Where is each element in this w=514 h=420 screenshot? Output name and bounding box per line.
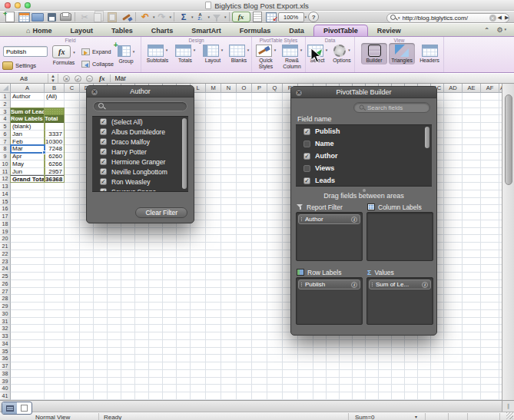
cell-B10[interactable]: 6266 <box>45 160 65 168</box>
cell-B4[interactable]: Total <box>45 115 65 123</box>
cell-O7[interactable] <box>237 138 252 146</box>
cell-AF10[interactable] <box>481 160 499 168</box>
cell-K23[interactable] <box>177 258 191 266</box>
cell-F25[interactable] <box>108 273 121 280</box>
cell-C35[interactable] <box>65 348 80 356</box>
author-filter-item[interactable]: ✓Ron Weasley <box>92 177 188 187</box>
close-icon[interactable]: ✕ <box>91 88 98 96</box>
cell-M14[interactable] <box>206 190 221 198</box>
cell-K29[interactable] <box>177 303 191 310</box>
cell-Y40[interactable] <box>379 385 392 392</box>
settings-button[interactable]: Settings <box>2 61 36 70</box>
cell-C23[interactable] <box>65 258 80 266</box>
cell-H31[interactable] <box>135 318 149 326</box>
cell-K24[interactable] <box>177 265 191 273</box>
row-header-29[interactable]: 29 <box>0 303 11 310</box>
sum-menu-caret-icon[interactable]: ▾ <box>415 414 417 419</box>
cell-O30[interactable] <box>237 310 252 318</box>
cell-O25[interactable] <box>237 273 252 280</box>
cell-Z41[interactable] <box>392 392 405 400</box>
cell-AE3[interactable] <box>463 108 481 116</box>
cell-A39[interactable] <box>11 378 45 385</box>
cell-AD11[interactable] <box>444 168 463 176</box>
cell-R37[interactable] <box>283 362 298 370</box>
cell-A30[interactable] <box>11 310 45 318</box>
cell-Q21[interactable] <box>267 243 283 250</box>
builder-field-item[interactable]: ✓Leads <box>296 174 432 187</box>
cell-AE15[interactable] <box>463 198 481 206</box>
cell-L29[interactable] <box>191 303 206 310</box>
cell-AF11[interactable] <box>481 168 499 176</box>
cell-M9[interactable] <box>206 153 221 160</box>
builder-field-item[interactable]: Views <box>296 162 432 174</box>
cell-T37[interactable] <box>313 362 327 370</box>
cell-A9[interactable]: Apr <box>11 153 45 160</box>
cell-Q37[interactable] <box>267 362 283 370</box>
cell-E19[interactable] <box>94 228 108 236</box>
cell-Q23[interactable] <box>267 258 283 266</box>
row-header-34[interactable]: 34 <box>0 340 11 348</box>
cell-A15[interactable] <box>11 198 45 206</box>
cell-X35[interactable] <box>366 348 379 356</box>
cell-AF8[interactable] <box>481 145 499 153</box>
cell-Z35[interactable] <box>392 348 405 356</box>
forward-icon[interactable]: ▶ <box>503 15 510 21</box>
cell-A23[interactable] <box>11 258 45 266</box>
cell-AF39[interactable] <box>481 378 499 385</box>
cell-B35[interactable] <box>45 348 65 356</box>
cell-O23[interactable] <box>237 258 252 266</box>
cell-L28[interactable] <box>191 295 206 303</box>
cell-M7[interactable] <box>206 138 221 146</box>
sum-indicator[interactable]: Sum=0 <box>355 414 375 420</box>
cell-O21[interactable] <box>237 243 252 250</box>
cell-AA35[interactable] <box>405 348 418 356</box>
cell-K27[interactable] <box>177 288 191 296</box>
cell-AD41[interactable] <box>444 392 463 400</box>
cell-S40[interactable] <box>298 385 313 392</box>
cell-M6[interactable] <box>206 131 221 138</box>
cell-U40[interactable] <box>327 385 340 392</box>
cell-AE21[interactable] <box>463 243 481 250</box>
cell-E34[interactable] <box>94 340 108 348</box>
cell-D19[interactable] <box>80 228 94 236</box>
cell-P20[interactable] <box>252 235 267 243</box>
cell-H33[interactable] <box>135 332 149 340</box>
row-header-21[interactable]: 21 <box>0 243 11 250</box>
cell-AE28[interactable] <box>463 295 481 303</box>
cell-D37[interactable] <box>80 362 94 370</box>
cell-K40[interactable] <box>177 385 191 392</box>
blanks-button[interactable]: ▾Blanks <box>226 45 252 64</box>
cell-J20[interactable] <box>163 235 177 243</box>
window-resize-grip[interactable] <box>506 412 513 419</box>
cell-B2[interactable] <box>45 101 65 108</box>
row-header-14[interactable]: 14 <box>0 190 11 198</box>
cell-E31[interactable] <box>94 318 108 326</box>
cell-N35[interactable] <box>221 348 237 356</box>
cell-C3[interactable] <box>65 108 80 116</box>
author-list-scrollbar-thumb[interactable] <box>182 118 187 189</box>
row-header-23[interactable]: 23 <box>0 258 11 266</box>
cell-AE24[interactable] <box>463 265 481 273</box>
cell-B27[interactable] <box>45 288 65 296</box>
cell-F28[interactable] <box>108 295 121 303</box>
cell-H39[interactable] <box>135 378 149 385</box>
cell-L25[interactable] <box>191 273 206 280</box>
cell-I37[interactable] <box>149 362 163 370</box>
cell-D31[interactable] <box>80 318 94 326</box>
cell-Q36[interactable] <box>267 355 283 362</box>
cell-Q5[interactable] <box>267 123 283 131</box>
cell-AE38[interactable] <box>463 370 481 378</box>
cell-Q16[interactable] <box>267 205 283 213</box>
cell-H19[interactable] <box>135 228 149 236</box>
cell-F39[interactable] <box>108 378 121 385</box>
page-layout-view-button[interactable] <box>17 402 32 414</box>
cell-X34[interactable] <box>366 340 379 348</box>
row-header-39[interactable]: 39 <box>0 378 11 385</box>
cell-G29[interactable] <box>121 303 135 310</box>
cell-C8[interactable] <box>65 145 80 153</box>
cell-AD29[interactable] <box>444 303 463 310</box>
cell-A28[interactable] <box>11 295 45 303</box>
cell-G40[interactable] <box>121 385 135 392</box>
cell-T35[interactable] <box>313 348 327 356</box>
row-header-37[interactable]: 37 <box>0 362 11 370</box>
